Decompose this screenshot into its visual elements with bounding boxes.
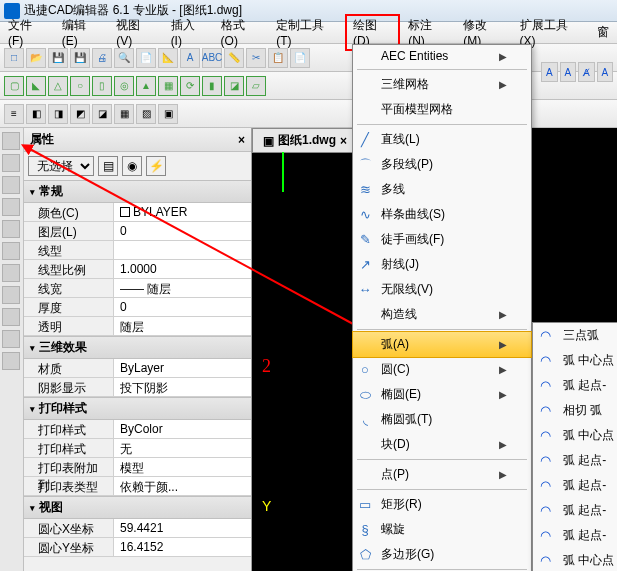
submenu-item[interactable]: ◠弧 中心点 [533,548,617,571]
menu-item[interactable]: AEC Entities▶ [353,45,531,67]
save-as-icon[interactable]: 💾 [70,48,90,68]
hatch-tool-icon[interactable] [2,352,20,370]
prop-group-header[interactable]: 视图 [24,496,251,519]
cylinder-icon[interactable]: ▯ [92,76,112,96]
submenu-item[interactable]: ◠弧 起点- [533,473,617,498]
save-icon[interactable]: 💾 [48,48,68,68]
prop-value[interactable]: 依赖于颜... [114,477,251,495]
prop-value[interactable]: 无 [114,439,251,457]
menu-0[interactable]: 文件(F) [0,14,54,51]
menu-5[interactable]: 定制工具(T) [268,14,345,51]
cut-icon[interactable]: ✂ [246,48,266,68]
paste-icon[interactable]: 📄 [290,48,310,68]
menu-item[interactable]: 平面模型网格 [353,97,531,122]
menu-item[interactable]: ⌒多段线(P) [353,152,531,177]
menu-1[interactable]: 编辑(E) [54,14,108,51]
print-icon[interactable]: 🖨 [92,48,112,68]
menu-item[interactable]: 块(D)▶ [353,432,531,457]
wedge-icon[interactable]: ◣ [26,76,46,96]
spell-icon[interactable]: ABC [202,48,222,68]
prop-value[interactable]: 16.4152 [114,538,251,556]
menu-item[interactable]: ○圆(C)▶ [353,357,531,382]
circle-tool-icon[interactable] [2,242,20,260]
grad-icon[interactable]: ▨ [136,104,156,124]
annot-a1-icon[interactable]: A [541,62,558,82]
menu-item[interactable]: ⬭椭圆(E)▶ [353,382,531,407]
submenu-item[interactable]: ◠弧 起点- [533,373,617,398]
annot-a4-icon[interactable]: A [597,62,614,82]
close-icon[interactable]: × [238,133,245,147]
text-icon[interactable]: A [180,48,200,68]
menu-10[interactable]: 窗 [589,21,617,44]
doc-tab-close-icon[interactable]: × [340,134,347,148]
cad-icon[interactable]: 📐 [158,48,178,68]
prop-group-header[interactable]: 常规 [24,180,251,203]
arc-tool-icon[interactable] [2,220,20,238]
menu-item[interactable]: ∿样条曲线(S) [353,202,531,227]
document-tab[interactable]: ▣ 图纸1.dwg × [252,128,358,153]
menu-item[interactable]: 构造线▶ [353,302,531,327]
menu-3[interactable]: 插入(I) [163,14,213,51]
face-icon[interactable]: ◪ [224,76,244,96]
menu-item[interactable]: 点(P)▶ [353,462,531,487]
prop-value[interactable]: ByColor [114,420,251,438]
menu-item[interactable]: ≋多线 [353,177,531,202]
copy-icon[interactable]: 📋 [268,48,288,68]
box-icon[interactable]: ▢ [4,76,24,96]
menu-item[interactable]: ╱直线(L) [353,127,531,152]
layer-icon[interactable]: ≡ [4,104,24,124]
prop-group-header[interactable]: 打印样式 [24,397,251,420]
prop-value[interactable]: 投下阴影 [114,378,251,396]
prop-value[interactable]: 模型 [114,458,251,476]
line-tool-icon[interactable] [2,132,20,150]
rect-tool-icon[interactable] [2,286,20,304]
submenu-item[interactable]: ◠三点弧 [533,323,617,348]
edge-icon[interactable]: ▱ [246,76,266,96]
submenu-item[interactable]: ◠相切 弧 [533,398,617,423]
ellipse-tool-icon[interactable] [2,264,20,282]
open-icon[interactable]: 📂 [26,48,46,68]
ruler-icon[interactable]: 📏 [224,48,244,68]
layer2-icon[interactable]: ◧ [26,104,46,124]
point-tool-icon[interactable] [2,330,20,348]
prop-value[interactable]: 1.0000 [114,260,251,278]
menu-item[interactable]: ▭矩形(R) [353,492,531,517]
prop-value[interactable] [114,241,251,259]
prop-value[interactable]: 0 [114,298,251,316]
menu-item[interactable]: ↗射线(J) [353,252,531,277]
block-icon[interactable]: ▣ [158,104,178,124]
menu-2[interactable]: 视图(V) [108,14,162,51]
submenu-item[interactable]: ◠弧 起点- [533,448,617,473]
prop-value[interactable]: —— 随层 [114,279,251,297]
selection-filter[interactable]: 无选择 [28,156,94,176]
menu-item[interactable]: 弧(A)▶ [352,331,532,358]
new-icon[interactable]: □ [4,48,24,68]
preview-icon[interactable]: 🔍 [114,48,134,68]
ray-tool-icon[interactable] [2,198,20,216]
menu-item[interactable]: §螺旋 [353,517,531,542]
hatch-icon[interactable]: ▦ [114,104,134,124]
layer4-icon[interactable]: ◩ [70,104,90,124]
mesh-icon[interactable]: ▦ [158,76,178,96]
torus-icon[interactable]: ◎ [114,76,134,96]
submenu-item[interactable]: ◠弧 中心点 [533,423,617,448]
prop-value[interactable]: 0 [114,222,251,240]
menu-item[interactable]: ◟椭圆弧(T) [353,407,531,432]
layer3-icon[interactable]: ◨ [48,104,68,124]
menu-item[interactable]: ↔无限线(V) [353,277,531,302]
layer5-icon[interactable]: ◪ [92,104,112,124]
polyline-tool-icon[interactable] [2,154,20,172]
poly-tool-icon[interactable] [2,308,20,326]
sphere-icon[interactable]: ○ [70,76,90,96]
menu-item[interactable]: ⬠多边形(G) [353,542,531,567]
spline-tool-icon[interactable] [2,176,20,194]
extrude-icon[interactable]: ▮ [202,76,222,96]
menu-4[interactable]: 格式(O) [213,14,269,51]
pdf-icon[interactable]: 📄 [136,48,156,68]
submenu-item[interactable]: ◠弧 起点- [533,523,617,548]
annot-a3-icon[interactable]: A̸ [578,62,595,82]
pick-btn-icon[interactable]: ◉ [122,156,142,176]
cone-icon[interactable]: △ [48,76,68,96]
prop-value[interactable]: 59.4421 [114,519,251,537]
prop-value[interactable]: ByLayer [114,359,251,377]
